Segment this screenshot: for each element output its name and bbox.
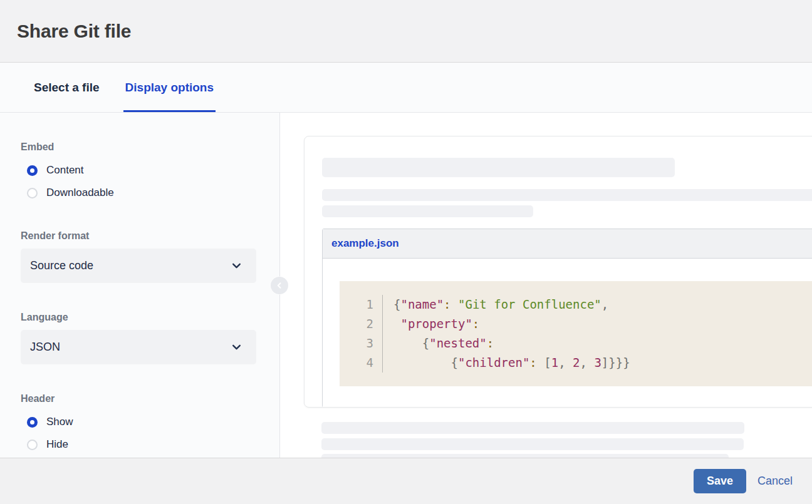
tab-select-a-file[interactable]: Select a file [32,81,102,112]
code-line-content: {"name": "Git for Confluence", [382,295,608,314]
radio-unselected-icon[interactable] [27,188,38,198]
skeleton-bar [322,189,812,201]
select-value: JSON [30,341,60,354]
radio-selected-icon[interactable] [27,417,38,428]
code-lines: 1{"name": "Git for Confluence",2 "proper… [340,281,812,386]
line-number: 1 [352,295,382,314]
code-line: 3 {"nested": [352,334,812,353]
code-line-content: {"children": [1, 2, 3]}}} [382,353,630,373]
sidebar-collapse-button[interactable] [271,277,288,294]
line-number: 3 [352,334,382,353]
skeleton-bar [322,205,533,217]
radio-header-hide[interactable]: Hide [27,437,279,452]
radio-unselected-icon[interactable] [27,440,38,450]
skeleton-bar [321,422,744,434]
language-label: Language [21,312,279,323]
code-line-content: {"nested": [382,334,494,353]
language-field: Language JSON [21,312,279,364]
page-title: Share Git file [17,21,131,42]
render-format-field: Render format Source code [21,230,279,283]
code-line-content: "property": [382,314,479,334]
radio-embed-content[interactable]: Content [27,163,279,178]
radio-embed-downloadable[interactable]: Downloadable [27,185,279,200]
header-radio-group: Show Hide [21,414,279,452]
skeleton-bar [321,454,729,458]
radio-label: Content [46,164,84,177]
chevron-down-icon [231,342,242,352]
tab-bar: Select a file Display options [0,63,812,113]
chevron-left-icon [276,282,283,289]
code-line: 2 "property": [352,314,812,334]
header-field: Header Show Hide [21,393,279,452]
radio-header-show[interactable]: Show [27,414,279,429]
embed-field: Embed Content Downloadable [21,141,279,200]
skeleton-bar [321,438,744,450]
code-line: 1{"name": "Git for Confluence", [352,295,812,314]
language-select[interactable]: JSON [21,330,256,364]
dialog-titlebar: Share Git file [0,0,812,63]
select-value: Source code [30,259,93,272]
radio-label: Hide [46,438,68,451]
header-label: Header [21,393,279,404]
embed-label: Embed [21,141,279,153]
save-button[interactable]: Save [694,469,746,493]
preview-card: example.json 1{"name": "Git for Confluen… [304,136,812,408]
skeleton-bar [322,158,675,177]
line-number: 4 [352,353,382,373]
code-block-body: 1{"name": "Git for Confluence",2 "proper… [323,259,812,407]
embed-radio-group: Content Downloadable [21,163,279,200]
preview-pane: example.json 1{"name": "Git for Confluen… [280,113,812,458]
display-options-panel: Embed Content Downloadable Render format… [0,113,280,458]
file-name-link[interactable]: example.json [331,237,399,250]
render-format-select[interactable]: Source code [21,249,256,283]
cancel-button[interactable]: Cancel [757,475,793,488]
dialog-content: Embed Content Downloadable Render format… [0,113,812,458]
render-format-label: Render format [21,230,279,242]
radio-selected-icon[interactable] [27,165,38,176]
chevron-down-icon [231,260,242,271]
code-line: 4 {"children": [1, 2, 3]}}} [352,353,812,373]
code-block: example.json 1{"name": "Git for Confluen… [322,229,812,408]
radio-label: Show [46,416,73,428]
share-git-file-dialog: Share Git file Select a file Display opt… [0,0,812,504]
line-number: 2 [352,314,382,334]
radio-label: Downloadable [46,187,114,199]
code-block-header: example.json [323,229,812,259]
tab-display-options[interactable]: Display options [123,81,216,112]
dialog-footer: Save Cancel [0,458,812,504]
